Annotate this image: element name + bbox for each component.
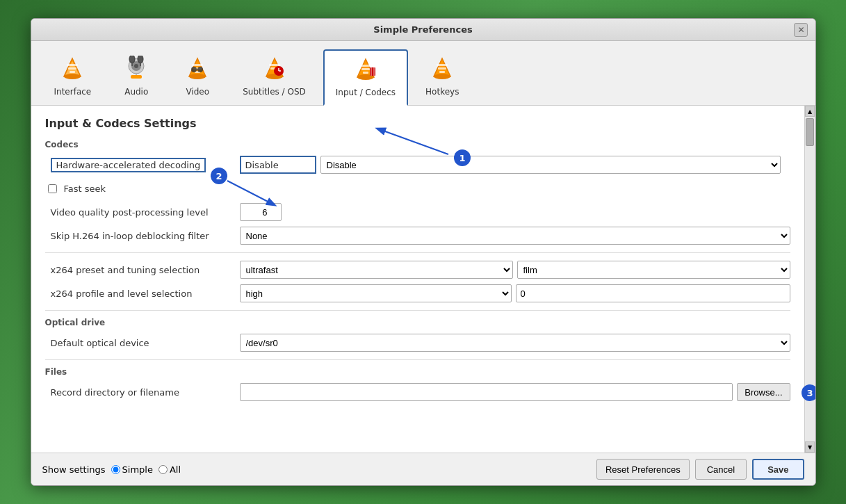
simple-radio-label[interactable]: Simple [111, 464, 153, 475]
tab-interface[interactable]: Interface [42, 49, 104, 105]
x264-preset-select[interactable]: ultrafast superfast fast [240, 261, 513, 279]
optical-device-row: Default optical device /dev/sr0 [45, 333, 790, 352]
page-title: Input & Codecs Settings [45, 117, 790, 130]
svg-rect-34 [363, 72, 368, 74]
x264-profile-select[interactable]: high baseline main [240, 284, 512, 302]
tab-hotkeys[interactable]: Hotkeys [414, 49, 471, 105]
bottom-bar: Show settings Simple All Reset Preferenc… [31, 453, 815, 485]
svg-rect-17 [192, 64, 203, 66]
svg-point-9 [129, 56, 135, 63]
fast-seek-checkbox[interactable] [48, 184, 57, 193]
tab-audio[interactable]: Audio [108, 49, 164, 105]
browse-button[interactable]: Browse... [737, 383, 790, 401]
action-buttons: Reset Preferences Cancel Save [596, 459, 804, 480]
svg-rect-13 [131, 75, 142, 79]
codecs-header: Codecs [45, 140, 790, 149]
all-radio-label[interactable]: All [158, 464, 181, 475]
simple-radio[interactable] [111, 465, 120, 474]
settings-area: Input & Codecs Settings Codecs Hardware-… [31, 105, 815, 453]
input-icon [353, 56, 378, 85]
hardware-value: Disable [245, 160, 311, 170]
hotkeys-icon [430, 56, 455, 84]
record-dir-row: Record directory or filename Browse... [45, 382, 790, 402]
svg-point-10 [138, 56, 143, 63]
svg-point-16 [189, 74, 206, 79]
scroll-down-button[interactable]: ▼ [805, 441, 815, 453]
reset-button[interactable]: Reset Preferences [596, 459, 690, 480]
files-header: Files [45, 367, 790, 377]
tab-subtitles[interactable]: Subtitles / OSD [231, 49, 318, 105]
svg-point-20 [191, 67, 197, 72]
svg-rect-32 [360, 65, 371, 67]
x264-level-input[interactable] [516, 284, 790, 302]
record-dir-input[interactable] [240, 383, 733, 401]
window-title: Simple Preferences [295, 24, 551, 35]
tab-subtitles-label: Subtitles / OSD [243, 87, 306, 97]
svg-point-39 [434, 74, 450, 79]
svg-point-2 [64, 74, 81, 79]
scroll-up-button[interactable]: ▲ [805, 106, 815, 117]
video-quality-input[interactable] [240, 203, 282, 221]
tab-interface-label: Interface [54, 87, 92, 97]
svg-rect-4 [68, 67, 76, 70]
all-radio[interactable] [158, 465, 168, 474]
svg-rect-5 [70, 71, 75, 73]
svg-rect-35 [370, 67, 375, 76]
preferences-window: Simple Preferences ✕ [31, 18, 816, 486]
audio-icon [124, 56, 149, 84]
skip-h264-row: Skip H.264 in-loop deblocking filter Non… [45, 226, 790, 245]
x264-profile-row: x264 profile and level selection high ba… [45, 284, 790, 303]
hardware-row: Hardware-accelerated decoding Disable Di… [45, 155, 790, 174]
tab-hotkeys-label: Hotkeys [425, 87, 459, 97]
tab-video-label: Video [186, 87, 209, 97]
tab-input[interactable]: Input / Codecs [323, 49, 408, 106]
svg-rect-41 [438, 67, 446, 70]
svg-point-8 [134, 64, 138, 68]
divider-3 [45, 359, 790, 360]
hardware-select[interactable]: Disable Automatic [320, 156, 781, 174]
cancel-button[interactable]: Cancel [695, 459, 747, 480]
tab-video[interactable]: Video [170, 49, 225, 105]
hardware-label: Hardware-accelerated decoding [51, 158, 206, 172]
settings-main: Input & Codecs Settings Codecs Hardware-… [31, 106, 804, 453]
subtitles-icon [262, 56, 287, 84]
scroll-thumb[interactable] [806, 118, 814, 146]
divider-1 [45, 252, 790, 253]
video-icon [185, 56, 210, 84]
save-button[interactable]: Save [752, 459, 804, 480]
show-settings: Show settings Simple All [42, 464, 181, 475]
tabs-bar: Interface Audi [31, 41, 815, 105]
video-quality-row: Video quality post-processing level [45, 202, 790, 222]
svg-rect-40 [437, 64, 448, 66]
skip-h264-select[interactable]: None All Non-ref [240, 227, 790, 245]
svg-rect-3 [67, 64, 78, 66]
close-button[interactable]: ✕ [794, 23, 808, 37]
svg-point-21 [197, 67, 203, 72]
show-settings-label: Show settings [42, 464, 106, 475]
fast-seek-row: Fast seek [45, 179, 790, 198]
x264-preset-row: x264 preset and tuning selection ultrafa… [45, 260, 790, 279]
divider-2 [45, 310, 790, 311]
titlebar: Simple Preferences ✕ [31, 19, 815, 41]
scrollbar[interactable]: ▲ ▼ [804, 106, 815, 453]
optical-header: Optical drive [45, 318, 790, 327]
svg-rect-25 [269, 64, 280, 66]
svg-rect-33 [361, 68, 370, 70]
x264-tuning-select[interactable]: film animation grain [517, 261, 790, 279]
optical-device-select[interactable]: /dev/sr0 [240, 334, 790, 352]
tab-input-label: Input / Codecs [336, 88, 396, 97]
interface-icon [60, 56, 85, 84]
fast-seek-label[interactable]: Fast seek [48, 184, 240, 194]
svg-rect-42 [439, 71, 445, 73]
tab-audio-label: Audio [124, 87, 148, 97]
